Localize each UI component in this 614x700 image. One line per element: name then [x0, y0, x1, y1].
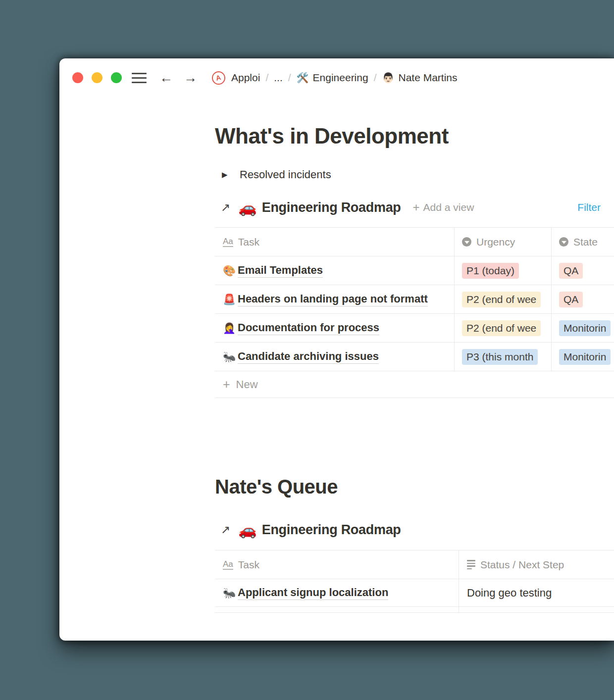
task-cell: 🐜 Applicant signup localization — [215, 579, 459, 606]
urgency-pill: P2 (end of wee — [462, 320, 541, 336]
task-cell: 🚨 Headers on landing page not formatt — [215, 285, 454, 313]
table-row: 🤦‍♀️ Documentation for process P2 (end o… — [215, 314, 614, 343]
status-cell[interactable]: Doing geo testing — [459, 579, 614, 606]
task-cell: 🎨 Email Templates — [215, 256, 454, 285]
state-pill: QA — [559, 292, 583, 307]
task-column-header[interactable]: Aa Task — [215, 550, 459, 579]
table-header-row: Aa Task Status / Next Step — [215, 550, 614, 579]
traffic-light-minimize[interactable] — [92, 72, 102, 83]
urgency-cell[interactable]: P1 (today) — [454, 256, 551, 285]
plus-icon: + — [413, 200, 420, 214]
state-pill: Monitorin — [559, 320, 611, 336]
state-pill: QA — [559, 263, 583, 279]
window-topbar: ← → A Apploi / ... / 🛠️ Engineering / 👨🏻… — [72, 67, 614, 89]
state-cell[interactable]: Monitorin — [551, 314, 614, 342]
add-view-button[interactable]: + Add a view — [413, 200, 474, 214]
palette-emoji-icon: 🎨 — [223, 265, 238, 277]
breadcrumb-separator: / — [265, 72, 268, 84]
tools-emoji-icon: 🛠️ — [297, 72, 309, 84]
task-page-link[interactable]: Headers on landing page not formatt — [238, 293, 428, 306]
urgency-pill: P2 (end of wee — [462, 292, 541, 307]
status-text: Doing geo testing — [467, 587, 552, 600]
breadcrumb-separator: / — [288, 72, 291, 84]
apploi-logo-icon: A — [212, 71, 225, 85]
man-face-emoji-icon: 👨🏻 — [382, 72, 395, 84]
resolved-incidents-toggle[interactable]: ▶ Resolved incidents — [215, 167, 614, 182]
roadmap-database-header: ↗ 🚗 Engineering Roadmap + Add a view Fil… — [215, 197, 614, 218]
open-in-page-arrow-icon[interactable]: ↗ — [221, 201, 230, 214]
urgency-cell[interactable]: P2 (end of wee — [454, 314, 551, 342]
breadcrumb-ellipsis[interactable]: ... — [274, 72, 283, 84]
table-row: 🐜 Applicant signup localization Doing ge… — [215, 579, 614, 607]
select-property-icon — [559, 237, 568, 247]
status-column-header[interactable]: Status / Next Step — [459, 550, 614, 579]
select-property-icon — [462, 237, 471, 247]
table-row: 🐜 Candidate archiving issues P3 (this mo… — [215, 343, 614, 371]
queue-table: Aa Task Status / Next Step 🐜 Applicant s… — [215, 550, 614, 613]
car-emoji-icon: 🚗 — [238, 521, 256, 539]
ant-emoji-icon: 🐜 — [223, 587, 238, 599]
table-row-partial — [215, 607, 614, 613]
task-cell: 🤦‍♀️ Documentation for process — [215, 314, 454, 342]
ant-emoji-icon: 🐜 — [223, 351, 238, 363]
state-cell[interactable]: Monitorin — [551, 343, 614, 371]
sidebar-menu-icon[interactable] — [132, 73, 147, 83]
roadmap-database-title[interactable]: Engineering Roadmap — [262, 522, 401, 538]
plus-icon: + — [223, 377, 230, 392]
breadcrumb-separator: / — [374, 72, 377, 84]
roadmap-database-header-2: ↗ 🚗 Engineering Roadmap — [215, 519, 614, 541]
filter-button[interactable]: Filter — [577, 201, 601, 213]
siren-emoji-icon: 🚨 — [223, 294, 238, 305]
urgency-cell[interactable]: P2 (end of wee — [454, 285, 551, 313]
task-cell: 🐜 Candidate archiving issues — [215, 343, 454, 371]
facepalm-emoji-icon: 🤦‍♀️ — [223, 322, 238, 334]
nates-queue-title: Nate's Queue — [215, 475, 614, 499]
title-property-icon: Aa — [223, 559, 233, 570]
task-page-link[interactable]: Email Templates — [238, 264, 323, 278]
roadmap-table: Aa Task Urgency State 🎨 Email Templates — [215, 227, 614, 398]
open-in-page-arrow-icon[interactable]: ↗ — [221, 523, 230, 537]
state-cell[interactable]: QA — [551, 285, 614, 313]
urgency-pill: P3 (this month — [462, 349, 538, 365]
back-arrow-icon[interactable]: ← — [159, 71, 173, 85]
app-window: ← → A Apploi / ... / 🛠️ Engineering / 👨🏻… — [59, 58, 614, 641]
breadcrumb-workspace[interactable]: Apploi — [231, 72, 260, 84]
table-header-row: Aa Task Urgency State — [215, 228, 614, 256]
car-emoji-icon: 🚗 — [238, 199, 256, 216]
state-column-header[interactable]: State — [551, 228, 614, 256]
new-row-button[interactable]: + New — [215, 371, 614, 398]
table-row: 🚨 Headers on landing page not formatt P2… — [215, 285, 614, 314]
task-page-link[interactable]: Applicant signup localization — [238, 586, 388, 600]
state-pill: Monitorin — [559, 349, 611, 365]
task-column-header[interactable]: Aa Task — [215, 228, 454, 256]
task-page-link[interactable]: Candidate archiving issues — [238, 350, 379, 364]
traffic-light-zoom[interactable] — [111, 72, 122, 83]
urgency-cell[interactable]: P3 (this month — [454, 343, 551, 371]
table-row: 🎨 Email Templates P1 (today) QA — [215, 256, 614, 285]
breadcrumb-nate-martins[interactable]: 👨🏻 Nate Martins — [382, 72, 458, 84]
breadcrumb-engineering[interactable]: 🛠️ Engineering — [297, 72, 368, 84]
forward-arrow-icon[interactable]: → — [184, 71, 197, 85]
urgency-column-header[interactable]: Urgency — [454, 228, 551, 256]
page-title: What's in Development — [215, 123, 614, 149]
title-property-icon: Aa — [223, 237, 233, 247]
toggle-arrow-icon[interactable]: ▶ — [222, 170, 234, 179]
urgency-pill: P1 (today) — [462, 263, 519, 279]
traffic-light-close[interactable] — [72, 72, 83, 83]
breadcrumb: Apploi / ... / 🛠️ Engineering / 👨🏻 Nate … — [231, 72, 458, 84]
state-cell[interactable]: QA — [551, 256, 614, 285]
roadmap-database-title[interactable]: Engineering Roadmap — [262, 200, 401, 215]
text-property-icon — [467, 560, 475, 569]
toggle-label: Resolved incidents — [240, 168, 331, 181]
task-page-link[interactable]: Documentation for process — [238, 321, 379, 335]
